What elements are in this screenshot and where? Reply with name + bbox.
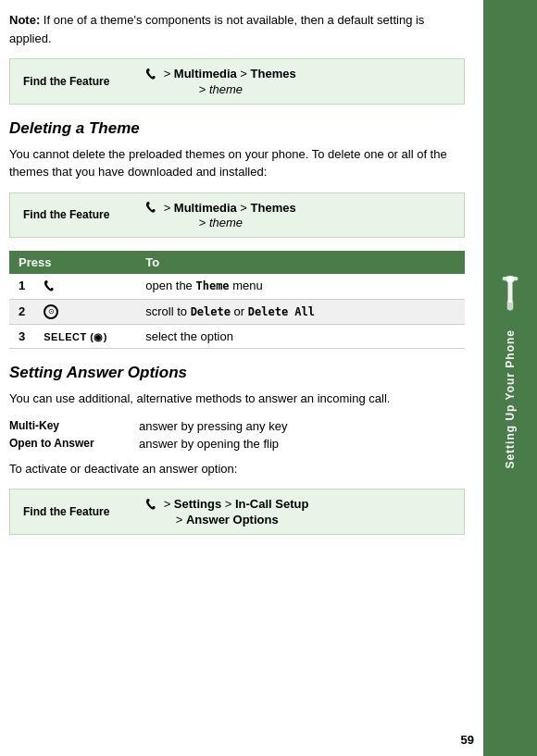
find-feature-box-2: Find the Feature > Multimedia > Themes >…: [9, 192, 465, 239]
multikey-label: Multi-Key: [9, 419, 139, 433]
table-row: 2 ⊙ scroll to Delete or Delete All: [9, 299, 465, 325]
table-header-row: Press To: [9, 251, 465, 274]
phone-icon-row1: [44, 279, 58, 294]
note-label: Note:: [9, 13, 40, 27]
press-table: Press To 1 open the Theme menu 2 ⊙ scrol…: [9, 251, 465, 349]
table-header-to: To: [136, 251, 465, 274]
code-theme: Theme: [195, 279, 229, 292]
activate-text: To activate or deactivate an answer opti…: [9, 460, 465, 478]
page-number: 59: [461, 733, 474, 747]
phone-icon-1: [145, 68, 160, 82]
table-cell-to-1: open the Theme menu: [136, 274, 465, 299]
find-feature-label-1: Find the Feature: [23, 75, 134, 88]
find-feature-box-3: Find the Feature > Settings > In-Call Se…: [9, 489, 465, 535]
table-header-press: Press: [9, 251, 136, 274]
find-feature-path-line2-2: > theme: [199, 216, 243, 229]
find-feature-label-2: Find the Feature: [23, 208, 134, 221]
table-cell-num-2: 2: [9, 299, 34, 325]
table-row: 1 open the Theme menu: [9, 274, 465, 299]
find-feature-path-line1-2: > Multimedia > Themes: [145, 201, 296, 217]
code-delete-all: Delete All: [248, 305, 315, 318]
scroll-icon: ⊙: [44, 304, 58, 319]
table-row: 3 SELECT (◉) select the option: [9, 325, 465, 349]
table-cell-to-3: select the option: [136, 325, 465, 349]
find-feature-label-3: Find the Feature: [23, 505, 134, 518]
table-cell-to-2: scroll to Delete or Delete All: [136, 299, 465, 325]
setting-heading: Setting Answer Options: [9, 364, 465, 382]
answer-option-multikey: Multi-Key answer by pressing any key: [9, 419, 465, 433]
open-to-answer-value: answer by opening the flip: [139, 437, 279, 451]
table-cell-num-3: 3: [9, 325, 34, 349]
find-feature-path-line2-3: > Answer Options: [176, 513, 279, 527]
select-code: SELECT (◉): [44, 331, 107, 342]
sidebar-label: Setting Up Your Phone: [504, 329, 517, 469]
answer-option-open: Open to Answer answer by opening the fli…: [9, 437, 465, 451]
find-feature-path-line1: > Multimedia > Themes: [145, 67, 296, 82]
find-feature-path-line1-3: > Settings > In-Call Setup: [145, 497, 308, 513]
phone-icon-3: [145, 498, 160, 513]
find-feature-menu-1: > Multimedia > Themes: [164, 67, 296, 81]
deleting-body: You cannot delete the preloaded themes o…: [9, 145, 465, 181]
find-feature-menu-3: > Settings > In-Call Setup: [164, 497, 309, 511]
table-cell-press-1: [34, 274, 136, 299]
svg-rect-3: [503, 277, 518, 280]
find-feature-path-3: > Settings > In-Call Setup > Answer Opti…: [145, 497, 308, 527]
wrench-icon: [492, 272, 529, 318]
find-feature-box-1: Find the Feature > Multimedia > Themes >…: [9, 58, 465, 105]
find-feature-path-1: > Multimedia > Themes > theme: [145, 67, 296, 96]
svg-rect-2: [507, 300, 514, 311]
deleting-heading: Deleting a Theme: [9, 119, 465, 138]
find-feature-path-line2: > theme: [199, 82, 243, 96]
find-feature-menu-2: > Multimedia > Themes: [164, 201, 296, 215]
multikey-value: answer by pressing any key: [139, 419, 287, 433]
setting-body: You can use additional, alternative meth…: [9, 390, 465, 408]
right-sidebar: Setting Up Your Phone: [483, 0, 537, 756]
find-feature-path-2: > Multimedia > Themes > theme: [145, 201, 296, 230]
code-delete: Delete: [191, 305, 231, 318]
note-text: If one of a theme's components is not av…: [9, 13, 424, 45]
note-paragraph: Note: If one of a theme's components is …: [9, 11, 465, 47]
table-cell-press-2: ⊙: [34, 299, 136, 325]
open-to-answer-label: Open to Answer: [9, 437, 139, 451]
table-cell-press-3: SELECT (◉): [34, 325, 136, 349]
phone-icon-2: [145, 201, 160, 216]
table-cell-num-1: 1: [9, 274, 34, 299]
